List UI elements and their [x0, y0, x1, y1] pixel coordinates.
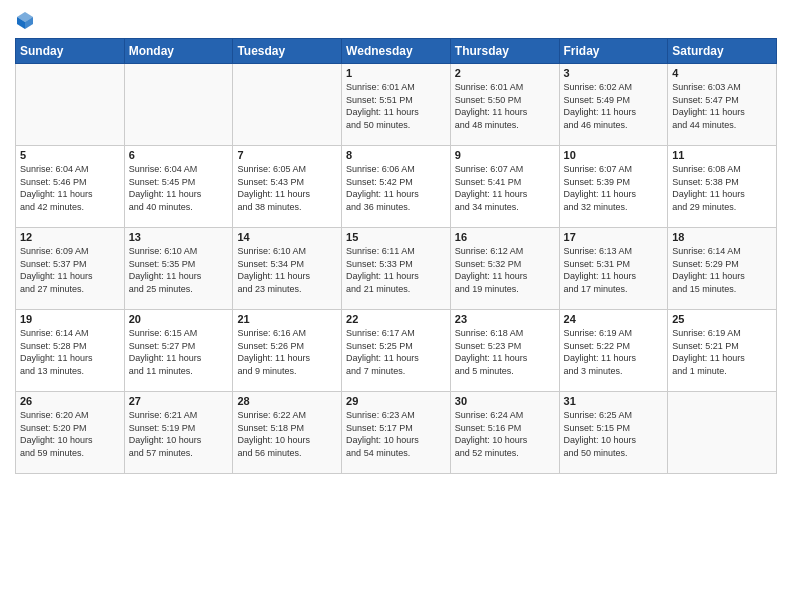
day-number: 5 [20, 149, 120, 161]
day-info: Sunrise: 6:01 AM Sunset: 5:51 PM Dayligh… [346, 81, 446, 131]
day-cell: 7Sunrise: 6:05 AM Sunset: 5:43 PM Daylig… [233, 146, 342, 228]
day-info: Sunrise: 6:02 AM Sunset: 5:49 PM Dayligh… [564, 81, 664, 131]
day-cell: 5Sunrise: 6:04 AM Sunset: 5:46 PM Daylig… [16, 146, 125, 228]
day-cell: 17Sunrise: 6:13 AM Sunset: 5:31 PM Dayli… [559, 228, 668, 310]
weekday-header-row: SundayMondayTuesdayWednesdayThursdayFrid… [16, 39, 777, 64]
day-number: 10 [564, 149, 664, 161]
calendar-table: SundayMondayTuesdayWednesdayThursdayFrid… [15, 38, 777, 474]
day-info: Sunrise: 6:09 AM Sunset: 5:37 PM Dayligh… [20, 245, 120, 295]
day-cell: 2Sunrise: 6:01 AM Sunset: 5:50 PM Daylig… [450, 64, 559, 146]
day-number: 31 [564, 395, 664, 407]
week-row-4: 19Sunrise: 6:14 AM Sunset: 5:28 PM Dayli… [16, 310, 777, 392]
day-cell: 25Sunrise: 6:19 AM Sunset: 5:21 PM Dayli… [668, 310, 777, 392]
day-number: 23 [455, 313, 555, 325]
logo-icon [15, 10, 35, 30]
day-info: Sunrise: 6:11 AM Sunset: 5:33 PM Dayligh… [346, 245, 446, 295]
day-info: Sunrise: 6:19 AM Sunset: 5:22 PM Dayligh… [564, 327, 664, 377]
day-cell: 8Sunrise: 6:06 AM Sunset: 5:42 PM Daylig… [342, 146, 451, 228]
day-info: Sunrise: 6:20 AM Sunset: 5:20 PM Dayligh… [20, 409, 120, 459]
day-cell: 4Sunrise: 6:03 AM Sunset: 5:47 PM Daylig… [668, 64, 777, 146]
weekday-header-friday: Friday [559, 39, 668, 64]
day-cell: 30Sunrise: 6:24 AM Sunset: 5:16 PM Dayli… [450, 392, 559, 474]
week-row-1: 1Sunrise: 6:01 AM Sunset: 5:51 PM Daylig… [16, 64, 777, 146]
day-info: Sunrise: 6:19 AM Sunset: 5:21 PM Dayligh… [672, 327, 772, 377]
day-info: Sunrise: 6:01 AM Sunset: 5:50 PM Dayligh… [455, 81, 555, 131]
day-cell [233, 64, 342, 146]
day-info: Sunrise: 6:24 AM Sunset: 5:16 PM Dayligh… [455, 409, 555, 459]
day-number: 26 [20, 395, 120, 407]
day-number: 25 [672, 313, 772, 325]
day-info: Sunrise: 6:10 AM Sunset: 5:35 PM Dayligh… [129, 245, 229, 295]
day-number: 27 [129, 395, 229, 407]
day-number: 28 [237, 395, 337, 407]
weekday-header-monday: Monday [124, 39, 233, 64]
day-number: 21 [237, 313, 337, 325]
day-info: Sunrise: 6:04 AM Sunset: 5:46 PM Dayligh… [20, 163, 120, 213]
day-cell: 6Sunrise: 6:04 AM Sunset: 5:45 PM Daylig… [124, 146, 233, 228]
day-number: 9 [455, 149, 555, 161]
day-cell: 26Sunrise: 6:20 AM Sunset: 5:20 PM Dayli… [16, 392, 125, 474]
day-cell [124, 64, 233, 146]
day-cell: 24Sunrise: 6:19 AM Sunset: 5:22 PM Dayli… [559, 310, 668, 392]
day-number: 14 [237, 231, 337, 243]
day-info: Sunrise: 6:21 AM Sunset: 5:19 PM Dayligh… [129, 409, 229, 459]
day-cell: 13Sunrise: 6:10 AM Sunset: 5:35 PM Dayli… [124, 228, 233, 310]
day-cell: 27Sunrise: 6:21 AM Sunset: 5:19 PM Dayli… [124, 392, 233, 474]
week-row-3: 12Sunrise: 6:09 AM Sunset: 5:37 PM Dayli… [16, 228, 777, 310]
day-cell: 15Sunrise: 6:11 AM Sunset: 5:33 PM Dayli… [342, 228, 451, 310]
day-cell: 12Sunrise: 6:09 AM Sunset: 5:37 PM Dayli… [16, 228, 125, 310]
day-info: Sunrise: 6:05 AM Sunset: 5:43 PM Dayligh… [237, 163, 337, 213]
day-info: Sunrise: 6:18 AM Sunset: 5:23 PM Dayligh… [455, 327, 555, 377]
day-number: 11 [672, 149, 772, 161]
day-info: Sunrise: 6:14 AM Sunset: 5:28 PM Dayligh… [20, 327, 120, 377]
day-info: Sunrise: 6:23 AM Sunset: 5:17 PM Dayligh… [346, 409, 446, 459]
day-cell: 31Sunrise: 6:25 AM Sunset: 5:15 PM Dayli… [559, 392, 668, 474]
day-cell: 22Sunrise: 6:17 AM Sunset: 5:25 PM Dayli… [342, 310, 451, 392]
day-info: Sunrise: 6:14 AM Sunset: 5:29 PM Dayligh… [672, 245, 772, 295]
day-number: 30 [455, 395, 555, 407]
day-cell: 11Sunrise: 6:08 AM Sunset: 5:38 PM Dayli… [668, 146, 777, 228]
header [15, 10, 777, 30]
day-cell: 1Sunrise: 6:01 AM Sunset: 5:51 PM Daylig… [342, 64, 451, 146]
day-cell: 20Sunrise: 6:15 AM Sunset: 5:27 PM Dayli… [124, 310, 233, 392]
day-info: Sunrise: 6:17 AM Sunset: 5:25 PM Dayligh… [346, 327, 446, 377]
day-cell: 23Sunrise: 6:18 AM Sunset: 5:23 PM Dayli… [450, 310, 559, 392]
day-cell [668, 392, 777, 474]
day-number: 15 [346, 231, 446, 243]
day-info: Sunrise: 6:12 AM Sunset: 5:32 PM Dayligh… [455, 245, 555, 295]
day-cell: 9Sunrise: 6:07 AM Sunset: 5:41 PM Daylig… [450, 146, 559, 228]
day-cell: 3Sunrise: 6:02 AM Sunset: 5:49 PM Daylig… [559, 64, 668, 146]
day-cell: 21Sunrise: 6:16 AM Sunset: 5:26 PM Dayli… [233, 310, 342, 392]
weekday-header-tuesday: Tuesday [233, 39, 342, 64]
day-info: Sunrise: 6:10 AM Sunset: 5:34 PM Dayligh… [237, 245, 337, 295]
day-info: Sunrise: 6:06 AM Sunset: 5:42 PM Dayligh… [346, 163, 446, 213]
day-cell [16, 64, 125, 146]
logo [15, 10, 37, 30]
day-info: Sunrise: 6:13 AM Sunset: 5:31 PM Dayligh… [564, 245, 664, 295]
day-number: 19 [20, 313, 120, 325]
day-cell: 16Sunrise: 6:12 AM Sunset: 5:32 PM Dayli… [450, 228, 559, 310]
day-number: 13 [129, 231, 229, 243]
day-info: Sunrise: 6:04 AM Sunset: 5:45 PM Dayligh… [129, 163, 229, 213]
day-number: 8 [346, 149, 446, 161]
day-cell: 14Sunrise: 6:10 AM Sunset: 5:34 PM Dayli… [233, 228, 342, 310]
day-info: Sunrise: 6:08 AM Sunset: 5:38 PM Dayligh… [672, 163, 772, 213]
weekday-header-sunday: Sunday [16, 39, 125, 64]
day-number: 18 [672, 231, 772, 243]
day-info: Sunrise: 6:15 AM Sunset: 5:27 PM Dayligh… [129, 327, 229, 377]
day-number: 3 [564, 67, 664, 79]
weekday-header-wednesday: Wednesday [342, 39, 451, 64]
day-number: 22 [346, 313, 446, 325]
weekday-header-saturday: Saturday [668, 39, 777, 64]
day-number: 17 [564, 231, 664, 243]
day-number: 7 [237, 149, 337, 161]
day-info: Sunrise: 6:16 AM Sunset: 5:26 PM Dayligh… [237, 327, 337, 377]
weekday-header-thursday: Thursday [450, 39, 559, 64]
day-number: 24 [564, 313, 664, 325]
week-row-2: 5Sunrise: 6:04 AM Sunset: 5:46 PM Daylig… [16, 146, 777, 228]
day-number: 20 [129, 313, 229, 325]
day-cell: 10Sunrise: 6:07 AM Sunset: 5:39 PM Dayli… [559, 146, 668, 228]
day-number: 12 [20, 231, 120, 243]
day-info: Sunrise: 6:25 AM Sunset: 5:15 PM Dayligh… [564, 409, 664, 459]
day-info: Sunrise: 6:03 AM Sunset: 5:47 PM Dayligh… [672, 81, 772, 131]
